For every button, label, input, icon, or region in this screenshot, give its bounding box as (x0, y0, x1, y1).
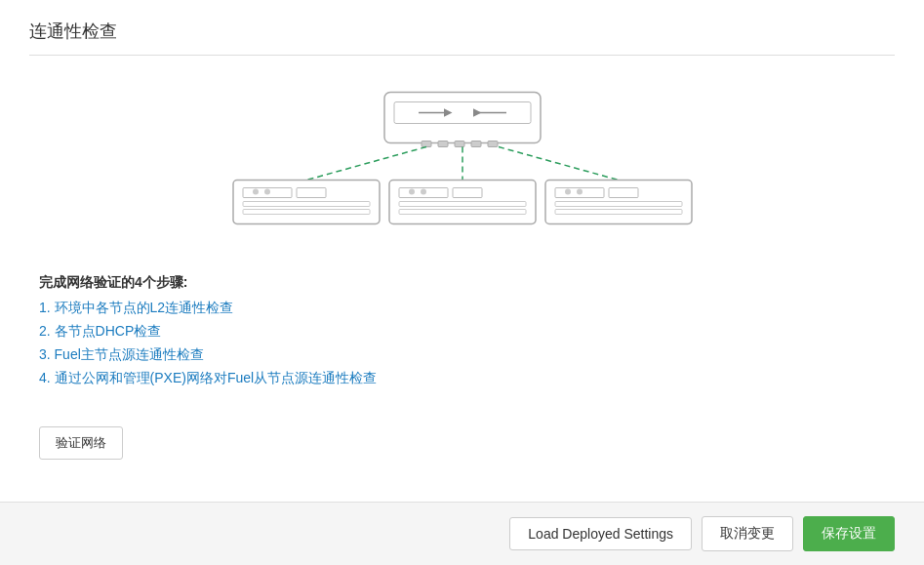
steps-list: 1. 环境中各节点的L2连通性检查 2. 各节点DHCP检查 3. Fuel主节… (39, 300, 895, 387)
steps-section: 完成网络验证的4个步骤: 1. 环境中各节点的L2连通性检查 2. 各节点DHC… (29, 274, 895, 387)
svg-point-32 (577, 189, 583, 195)
svg-rect-6 (455, 141, 464, 147)
step-item-4: 4. 通过公网和管理(PXE)网络对Fuel从节点源连通性检查 (39, 370, 895, 387)
svg-rect-4 (422, 141, 431, 147)
svg-point-17 (253, 189, 259, 195)
page-title: 连通性检查 (29, 20, 895, 56)
load-deployed-settings-button[interactable]: Load Deployed Settings (509, 517, 692, 550)
svg-line-9 (306, 147, 426, 181)
main-content: 连通性检查 (0, 0, 924, 502)
svg-rect-7 (471, 141, 481, 147)
steps-heading: 完成网络验证的4个步骤: (39, 274, 895, 292)
network-topology-svg (170, 85, 755, 241)
svg-point-31 (565, 189, 571, 195)
save-settings-button[interactable]: 保存设置 (803, 516, 895, 551)
svg-rect-8 (488, 141, 498, 147)
svg-point-25 (421, 189, 426, 195)
svg-line-11 (499, 147, 619, 181)
footer-bar: Load Deployed Settings 取消变更 保存设置 (0, 502, 924, 565)
step-item-3: 3. Fuel主节点源连通性检查 (39, 346, 895, 364)
diagram-svg-wrapper (170, 85, 755, 241)
svg-point-24 (409, 189, 415, 195)
cancel-changes-button[interactable]: 取消变更 (702, 516, 793, 551)
step-item-1: 1. 环境中各节点的L2连通性检查 (39, 300, 895, 317)
step-item-2: 2. 各节点DHCP检查 (39, 323, 895, 341)
verify-network-button[interactable]: 验证网络 (39, 426, 123, 460)
network-diagram (29, 75, 895, 251)
svg-rect-5 (438, 141, 448, 147)
svg-rect-0 (384, 93, 541, 143)
svg-point-18 (264, 189, 270, 195)
